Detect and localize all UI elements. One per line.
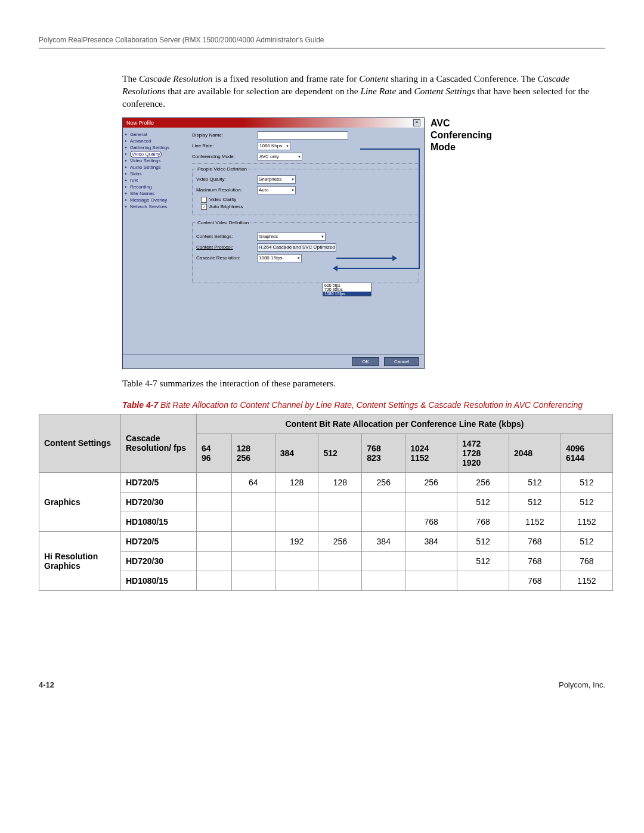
nav-item[interactable]: General <box>125 131 185 138</box>
nav-item[interactable]: Video Quality <box>125 151 185 157</box>
label-display-name: Display Name: <box>192 132 258 138</box>
figure-side-caption: AVC Conferencing Mode <box>431 117 492 369</box>
td-value <box>231 492 275 512</box>
td-value: 768 <box>457 512 509 531</box>
td-value <box>197 551 232 571</box>
ok-button[interactable]: OK <box>352 357 379 366</box>
checkbox-auto-brightness[interactable]: ✓Auto Brightness <box>201 204 415 210</box>
td-value: 768 <box>509 531 561 551</box>
term-content: Content <box>359 73 388 83</box>
td-value: 128 <box>275 472 318 492</box>
td-res: HD720/5 <box>121 472 197 492</box>
select-video-quality[interactable]: Sharpness▼ <box>257 175 296 184</box>
td-res: HD720/5 <box>121 531 197 551</box>
select-conf-mode[interactable]: AVC only▼ <box>258 153 302 161</box>
table-row: HD720/30512512512 <box>39 492 613 512</box>
txt: that are available for selection are dep… <box>165 86 360 96</box>
th-content-settings: Content Settings <box>39 414 121 472</box>
nav-item[interactable]: Video Settings <box>125 157 185 164</box>
td-value: 256 <box>362 472 405 492</box>
dialog-nav: GeneralAdvancedGathering SettingsVideo Q… <box>123 128 187 354</box>
nav-item[interactable]: Gathering Settings <box>125 144 185 151</box>
td-value: 512 <box>457 492 509 512</box>
table-caption-rest: Bit Rate Allocation to Content Channel b… <box>158 400 583 410</box>
th-col: 40966144 <box>561 433 612 472</box>
td-value: 768 <box>561 551 612 571</box>
label-conf-mode: Conferencing Mode: <box>192 154 258 159</box>
table-caption-lead: Table 4-7 <box>122 400 158 410</box>
td-value: 1152 <box>561 512 612 531</box>
value-content-protocol: H.264 Cascade and SVC Optimized <box>259 244 335 250</box>
chevron-down-icon: ▼ <box>291 178 295 181</box>
td-value <box>275 571 318 590</box>
nav-item[interactable]: IVR <box>125 177 185 184</box>
dropdown-option-selected[interactable]: 1080 15fps <box>323 292 371 296</box>
td-value: 512 <box>561 531 612 551</box>
nav-item[interactable]: Audio Settings <box>125 164 185 171</box>
select-max-res[interactable]: Auto▼ <box>257 186 296 194</box>
nav-item[interactable]: Recording <box>125 184 185 190</box>
txt: is a fixed resolution and frame rate for <box>213 73 360 83</box>
nav-item[interactable]: Site Names <box>125 190 185 197</box>
nav-item[interactable]: Skins <box>125 171 185 177</box>
caption-line: Conferencing <box>431 130 492 140</box>
label-cascade-res: Cascade Resolution: <box>196 255 257 261</box>
legend-content-video: Content Video Definition <box>196 220 250 225</box>
td-value <box>231 551 275 571</box>
th-col: 147217281920 <box>457 433 509 472</box>
td-value <box>197 512 232 531</box>
label-content-settings: Content Settings: <box>196 234 257 239</box>
td-value: 512 <box>509 492 561 512</box>
td-group: Hi Resolution Graphics <box>39 531 121 590</box>
th-col: 2048 <box>509 433 561 472</box>
nav-item[interactable]: Message Overlay <box>125 197 185 203</box>
dropdown-option[interactable]: 600 5fps <box>323 283 371 287</box>
td-value <box>231 571 275 590</box>
dialog-footer: OK Cancel <box>123 354 424 368</box>
chevron-down-icon: ▼ <box>291 188 295 192</box>
chevron-down-icon: ▼ <box>298 155 301 159</box>
figure-row: New Profile × GeneralAdvancedGathering S… <box>122 117 605 369</box>
checkbox-video-clarity[interactable]: Video Clarity <box>201 197 415 203</box>
td-value <box>318 492 362 512</box>
table-row: HD1080/157681152 <box>39 571 613 590</box>
td-value: 256 <box>318 531 362 551</box>
td-group: Graphics <box>39 472 121 531</box>
th-col: 10241152 <box>405 433 457 472</box>
new-profile-dialog: New Profile × GeneralAdvancedGathering S… <box>122 117 425 369</box>
group-people-video: People Video Definition Video Quality: S… <box>192 166 419 215</box>
cancel-button[interactable]: Cancel <box>384 357 419 366</box>
select-content-settings[interactable]: Graphics▼ <box>257 233 326 241</box>
td-value: 768 <box>405 512 457 531</box>
label-auto-brightness: Auto Brightness <box>209 204 243 209</box>
chevron-down-icon: ▼ <box>321 235 324 239</box>
value-conf-mode: AVC only <box>259 154 279 159</box>
th-col: 6496 <box>197 433 232 472</box>
td-value <box>362 512 405 531</box>
td-value: 384 <box>405 531 457 551</box>
th-span: Content Bit Rate Allocation per Conferen… <box>197 414 613 433</box>
td-value <box>197 531 232 551</box>
close-icon[interactable]: × <box>413 119 420 126</box>
td-value: 1152 <box>509 512 561 531</box>
td-value: 128 <box>318 472 362 492</box>
td-res: HD720/30 <box>121 492 197 512</box>
select-content-protocol[interactable]: H.264 Cascade and SVC Optimized <box>257 243 336 252</box>
select-line-rate[interactable]: 1086 Kbps▼ <box>258 142 290 150</box>
td-value: 768 <box>509 571 561 590</box>
select-cascade-res[interactable]: 1080 15fps▼ <box>257 254 302 262</box>
td-res: HD1080/15 <box>121 571 197 590</box>
td-value: 512 <box>457 531 509 551</box>
dropdown-cascade-res-options[interactable]: 600 5fps 720 30fps 1080 15fps <box>323 283 371 296</box>
table-row: Hi Resolution GraphicsHD720/519225638438… <box>39 531 613 551</box>
td-value <box>405 492 457 512</box>
input-display-name[interactable] <box>258 131 348 140</box>
company-name: Polycom, Inc. <box>559 680 605 689</box>
dialog-title: New Profile <box>126 120 154 126</box>
dropdown-option[interactable]: 720 30fps <box>323 287 371 292</box>
nav-item[interactable]: Advanced <box>125 138 185 144</box>
nav-item[interactable]: Network Services <box>125 203 185 210</box>
td-value: 512 <box>457 551 509 571</box>
bitrate-table: Content Settings Cascade Resolution/ fps… <box>39 414 613 591</box>
legend-people-video: People Video Definition <box>196 166 248 172</box>
